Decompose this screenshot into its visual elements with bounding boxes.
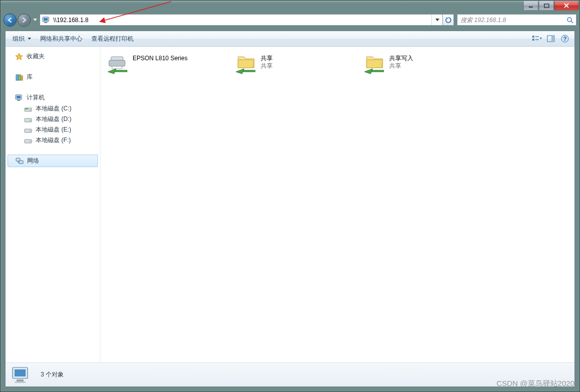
computer-icon xyxy=(15,94,24,102)
svg-rect-38 xyxy=(115,70,127,72)
navigation-bar: \\192.168.1.8 xyxy=(1,12,579,28)
back-button[interactable] xyxy=(4,14,17,27)
client-area: 组织 网络和共享中心 查看远程打印机 ? 收藏夹 xyxy=(5,31,575,387)
search-icon[interactable] xyxy=(566,16,574,24)
svg-point-30 xyxy=(30,141,31,142)
sidebar-drive-f[interactable]: 本地磁盘 (F:) xyxy=(6,135,100,146)
titlebar xyxy=(1,1,579,12)
preview-pane-button[interactable] xyxy=(544,33,557,44)
svg-rect-16 xyxy=(16,75,18,80)
svg-rect-20 xyxy=(17,96,21,98)
items-view[interactable]: EPSON L810 Series 共享 共享 xyxy=(100,47,574,362)
svg-rect-29 xyxy=(25,140,32,143)
svg-rect-1 xyxy=(529,7,533,8)
search-input[interactable] xyxy=(459,16,566,24)
explorer-window: \\192.168.1.8 组织 网络和共享中心 查看远程打印机 xyxy=(0,0,580,392)
maximize-button[interactable] xyxy=(539,1,554,11)
list-item[interactable]: EPSON L810 Series xyxy=(104,53,231,76)
chevron-down-icon xyxy=(28,38,31,40)
network-center-button[interactable]: 网络和共享中心 xyxy=(36,33,86,45)
svg-line-7 xyxy=(571,21,573,23)
computer-icon xyxy=(10,365,34,385)
svg-point-6 xyxy=(567,18,571,22)
item-subtitle: 共享 xyxy=(261,62,273,70)
view-mode-button[interactable] xyxy=(530,33,543,44)
drive-icon xyxy=(24,137,33,145)
address-dropdown[interactable] xyxy=(431,15,442,25)
svg-rect-5 xyxy=(44,22,47,23)
svg-rect-4 xyxy=(44,18,48,21)
close-button[interactable] xyxy=(554,1,578,11)
sidebar-computer[interactable]: 计算机 xyxy=(6,92,100,103)
svg-point-26 xyxy=(30,120,31,121)
libraries-icon xyxy=(15,73,24,81)
sidebar-drive-c[interactable]: 本地磁盘 (C:) xyxy=(6,103,100,114)
details-pane: 3 个对象 xyxy=(6,362,574,386)
svg-point-24 xyxy=(30,109,31,110)
sidebar-drive-e[interactable]: 本地磁盘 (E:) xyxy=(6,124,100,135)
command-toolbar: 组织 网络和共享中心 查看远程打印机 ? xyxy=(6,31,574,47)
svg-rect-37 xyxy=(112,66,122,69)
svg-rect-25 xyxy=(25,118,32,122)
list-item[interactable]: 共享 共享 xyxy=(233,53,359,76)
organize-menu[interactable]: 组织 xyxy=(9,33,35,45)
computer-icon xyxy=(41,16,51,24)
svg-rect-18 xyxy=(21,76,23,80)
refresh-button[interactable] xyxy=(442,15,453,25)
forward-button[interactable] xyxy=(18,14,31,27)
svg-rect-43 xyxy=(17,379,24,381)
item-name: 共享写入 xyxy=(389,55,413,62)
item-name: EPSON L810 Series xyxy=(133,55,187,62)
svg-point-28 xyxy=(30,130,31,132)
svg-rect-13 xyxy=(551,36,554,42)
svg-rect-40 xyxy=(372,70,384,72)
sidebar-libraries[interactable]: 库 xyxy=(6,71,100,83)
list-item[interactable]: 共享写入 共享 xyxy=(361,53,488,76)
svg-rect-21 xyxy=(17,100,20,101)
svg-rect-2 xyxy=(544,4,549,8)
address-bar[interactable]: \\192.168.1.8 xyxy=(40,14,454,26)
drive-icon xyxy=(24,115,33,123)
svg-rect-36 xyxy=(109,60,125,66)
svg-rect-44 xyxy=(15,381,26,383)
svg-rect-17 xyxy=(19,75,21,80)
drive-icon xyxy=(24,105,33,113)
svg-text:?: ? xyxy=(563,36,567,42)
search-box[interactable] xyxy=(457,14,576,26)
help-button[interactable]: ? xyxy=(558,33,571,44)
svg-rect-8 xyxy=(532,36,534,38)
svg-rect-39 xyxy=(243,70,255,72)
shared-folder-icon xyxy=(234,54,259,75)
network-icon xyxy=(15,157,24,165)
status-text: 3 个对象 xyxy=(41,370,64,379)
svg-rect-23 xyxy=(25,108,28,109)
item-name: 共享 xyxy=(261,55,273,62)
item-subtitle: 共享 xyxy=(389,62,413,70)
organize-label: 组织 xyxy=(13,35,25,43)
sidebar-favorites[interactable]: 收藏夹 xyxy=(6,51,100,62)
sidebar-drive-d[interactable]: 本地磁盘 (D:) xyxy=(6,114,100,124)
recent-dropdown[interactable] xyxy=(32,16,39,25)
printer-share-icon xyxy=(105,54,131,75)
shared-folder-icon xyxy=(362,54,387,75)
svg-rect-27 xyxy=(25,129,32,133)
star-icon xyxy=(15,53,24,61)
svg-rect-42 xyxy=(15,369,26,376)
address-text[interactable]: \\192.168.1.8 xyxy=(52,17,431,24)
navigation-pane[interactable]: 收藏夹 库 计算机 本地磁盘 (C:) xyxy=(6,47,100,362)
minimize-button[interactable] xyxy=(523,1,538,11)
drive-icon xyxy=(24,126,33,134)
sidebar-network[interactable]: 网络 xyxy=(8,155,98,167)
view-remote-printers-button[interactable]: 查看远程打印机 xyxy=(87,33,138,45)
svg-rect-9 xyxy=(532,39,534,41)
svg-rect-32 xyxy=(19,161,23,164)
